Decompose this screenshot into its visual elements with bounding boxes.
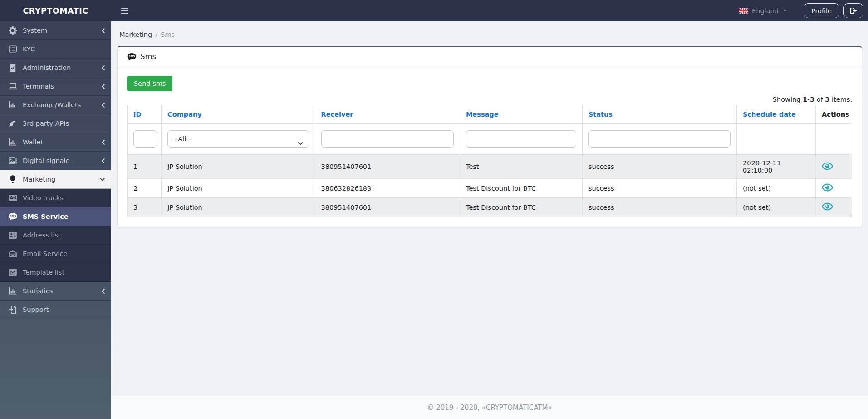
id-filter-input[interactable] bbox=[133, 130, 157, 148]
media-icon bbox=[7, 157, 19, 164]
svg-text:SMS: SMS bbox=[10, 215, 16, 217]
message-filter-input[interactable] bbox=[466, 130, 576, 148]
sidebar-item-label: Video tracks bbox=[23, 194, 64, 202]
eye-icon bbox=[822, 183, 833, 192]
sidebar-item-label: Wallet bbox=[23, 138, 43, 146]
breadcrumb-current: Sms bbox=[161, 31, 175, 38]
language-label: England bbox=[752, 7, 779, 15]
summary-of: of bbox=[814, 96, 825, 103]
table-filter-row: --All-- bbox=[128, 124, 852, 155]
gear-icon bbox=[7, 26, 19, 35]
main-content: Marketing/Sms SMS Sms Send sms Showing 1… bbox=[111, 21, 868, 419]
sidebar-item-label: 3rd party APIs bbox=[23, 120, 69, 127]
card-body: Send sms Showing 1-3 of 3 items. ID Comp… bbox=[118, 66, 862, 227]
sidebar-item-label: SMS Service bbox=[23, 213, 69, 220]
sidebar-item-email-service[interactable]: Email Service bbox=[0, 245, 111, 263]
sidebar-item-label: Template list bbox=[23, 269, 64, 276]
cell-status: success bbox=[582, 155, 736, 179]
brand-logo[interactable]: CRYPTOMATIC bbox=[0, 6, 111, 15]
sidebar-item-wallet[interactable]: Wallet bbox=[0, 133, 111, 152]
cell-id: 1 bbox=[128, 155, 162, 179]
sidebar-item-statistics[interactable]: Statistics bbox=[0, 282, 111, 301]
sidebar-item-label: Email Service bbox=[23, 250, 67, 257]
eye-icon bbox=[822, 202, 833, 211]
sidebar-item-label: Administration bbox=[23, 64, 71, 71]
view-button[interactable] bbox=[822, 183, 833, 192]
sidebar-item-kyc[interactable]: KYC bbox=[0, 40, 111, 59]
cell-schedule-date: (not set) bbox=[737, 198, 816, 217]
top-navbar: CRYPTOMATIC England Profile bbox=[0, 0, 868, 21]
footer: © 2019 - 2020, «CRYPTOMATICATM» bbox=[111, 396, 868, 419]
navbar-right: England Profile bbox=[739, 3, 863, 18]
contact-card-icon bbox=[7, 232, 19, 239]
receiver-filter-input[interactable] bbox=[321, 130, 454, 148]
column-header-schedule-date[interactable]: Schedule date bbox=[737, 105, 816, 124]
card-header: SMS Sms bbox=[118, 47, 862, 66]
sidebar-item-administration[interactable]: Administration bbox=[0, 59, 111, 77]
breadcrumb-parent[interactable]: Marketing bbox=[119, 31, 152, 38]
sms-bubble-icon: SMS bbox=[127, 53, 137, 61]
cell-message: Test bbox=[460, 155, 583, 179]
cell-id: 2 bbox=[128, 179, 162, 198]
svg-text:SMS: SMS bbox=[129, 55, 135, 58]
sidebar-item-system[interactable]: System bbox=[0, 21, 111, 40]
support-icon bbox=[7, 306, 19, 314]
column-header-status[interactable]: Status bbox=[582, 105, 736, 124]
breadcrumb: Marketing/Sms bbox=[111, 21, 868, 46]
menu-toggle-icon[interactable] bbox=[121, 8, 128, 14]
items-summary: Showing 1-3 of 3 items. bbox=[127, 96, 852, 103]
sidebar-item-exchange-wallets[interactable]: Exchange/Wallets bbox=[0, 96, 111, 114]
column-header-id[interactable]: ID bbox=[128, 105, 162, 124]
summary-total: 3 bbox=[825, 96, 829, 103]
sidebar-item-label: Marketing bbox=[23, 176, 55, 183]
cell-schedule-date: (not set) bbox=[737, 179, 816, 198]
status-filter-input[interactable] bbox=[588, 130, 731, 148]
list-icon bbox=[7, 45, 19, 53]
cell-receiver: 380951407601 bbox=[315, 198, 460, 217]
chevron-left-icon bbox=[102, 65, 105, 70]
sidebar-item-template-list[interactable]: Template list bbox=[0, 263, 111, 282]
view-button[interactable] bbox=[822, 162, 833, 170]
bar-chart-icon bbox=[7, 101, 19, 108]
chevron-left-icon bbox=[102, 289, 105, 294]
language-dropdown[interactable]: England bbox=[739, 7, 787, 15]
cell-id: 3 bbox=[128, 198, 162, 217]
sms-card: SMS Sms Send sms Showing 1-3 of 3 items.… bbox=[118, 46, 862, 227]
caret-down-icon bbox=[783, 10, 787, 12]
cell-message: Test Discount for BTC bbox=[460, 179, 583, 198]
logout-icon bbox=[850, 7, 858, 14]
cell-receiver: 380632826183 bbox=[315, 179, 460, 198]
sidebar-item-video-tracks[interactable]: Ad Video tracks bbox=[0, 189, 111, 207]
sidebar-item-support[interactable]: Support bbox=[0, 301, 111, 319]
sidebar-item-address-list[interactable]: Address list bbox=[0, 226, 111, 245]
copyright-text: © 2019 - 2020, «CRYPTOMATICATM» bbox=[427, 404, 552, 412]
sidebar-item-label: Digital signale bbox=[23, 157, 69, 164]
summary-range: 1-3 bbox=[803, 96, 814, 103]
column-header-company[interactable]: Company bbox=[162, 105, 315, 124]
column-header-receiver[interactable]: Receiver bbox=[315, 105, 460, 124]
profile-button[interactable]: Profile bbox=[804, 3, 839, 18]
cell-company: JP Solution bbox=[162, 179, 315, 198]
sidebar-item-label: KYC bbox=[23, 45, 35, 53]
chevron-left-icon bbox=[102, 103, 105, 108]
open-email-icon bbox=[7, 250, 19, 257]
send-sms-button[interactable]: Send sms bbox=[127, 76, 172, 91]
breadcrumb-separator: / bbox=[155, 31, 157, 38]
sidebar-item-terminals[interactable]: Terminals bbox=[0, 77, 111, 96]
view-button[interactable] bbox=[822, 202, 833, 211]
cell-receiver: 380951407601 bbox=[315, 155, 460, 179]
eye-icon bbox=[822, 162, 833, 170]
cell-status: success bbox=[582, 179, 736, 198]
sidebar-item-marketing[interactable]: Marketing bbox=[0, 170, 111, 189]
sidebar-item-3rd-party-apis[interactable]: 3rd party APIs bbox=[0, 114, 111, 133]
sidebar-item-digital-signale[interactable]: Digital signale bbox=[0, 152, 111, 170]
bar-chart-icon bbox=[7, 138, 19, 146]
sidebar-item-sms-service[interactable]: SMS SMS Service bbox=[0, 207, 111, 226]
company-filter-select[interactable]: --All-- bbox=[167, 130, 309, 148]
column-header-message[interactable]: Message bbox=[460, 105, 583, 124]
sms-bubble-icon: SMS bbox=[7, 212, 19, 221]
chevron-left-icon bbox=[102, 140, 105, 145]
logout-button[interactable] bbox=[843, 3, 863, 18]
clipboard-check-icon bbox=[7, 64, 19, 72]
table-header-row: ID Company Receiver Message Status Sched… bbox=[128, 105, 852, 124]
